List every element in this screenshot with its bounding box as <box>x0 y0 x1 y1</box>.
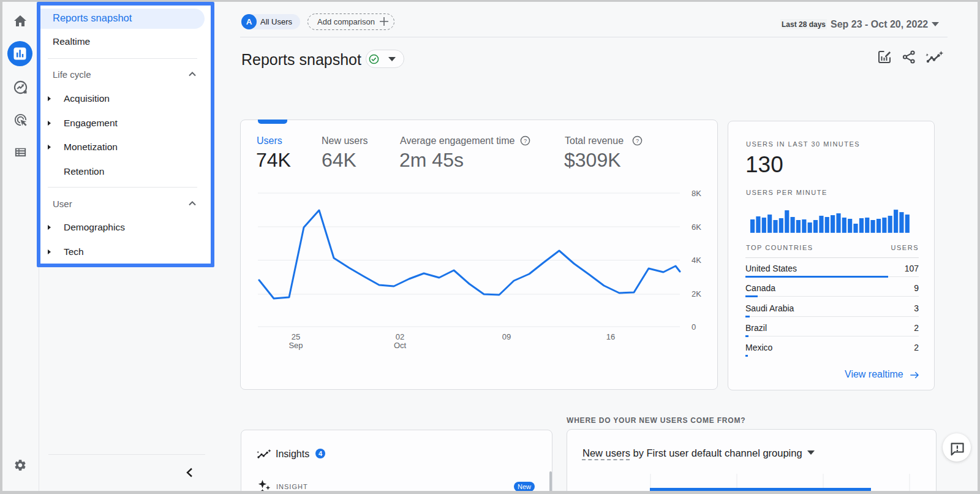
svg-text:02: 02 <box>396 332 404 341</box>
svg-text:09: 09 <box>502 332 511 341</box>
svg-text:?: ? <box>524 138 527 144</box>
svg-text:?: ? <box>636 138 639 144</box>
svg-text:Oct: Oct <box>394 341 407 350</box>
svg-text:16: 16 <box>606 332 615 341</box>
svg-text:Sep: Sep <box>288 341 303 350</box>
svg-text:8K: 8K <box>692 189 701 198</box>
svg-text:6K: 6K <box>692 222 701 232</box>
svg-text:25: 25 <box>292 332 300 341</box>
svg-text:0: 0 <box>692 322 696 332</box>
svg-text:4K: 4K <box>692 256 701 265</box>
svg-text:2K: 2K <box>692 289 701 298</box>
